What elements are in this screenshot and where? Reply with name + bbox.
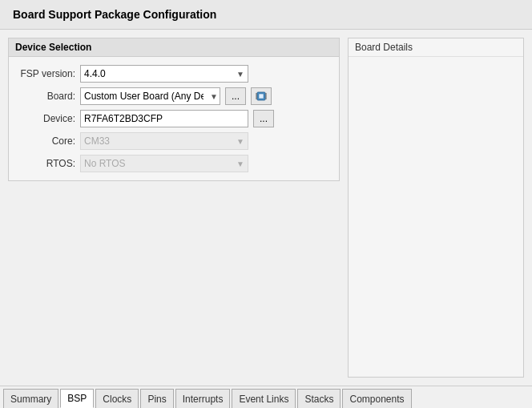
board-icon-button[interactable] bbox=[251, 87, 272, 105]
board-select[interactable]: Custom User Board (Any Device bbox=[80, 87, 220, 105]
tab-components[interactable]: Components bbox=[342, 389, 411, 408]
tab-event-links-label: Event Links bbox=[239, 394, 288, 405]
tab-interrupts-label: Interrupts bbox=[183, 394, 224, 405]
device-row: Device: ... bbox=[15, 110, 332, 127]
tab-pins-label: Pins bbox=[147, 394, 166, 405]
tab-interrupts[interactable]: Interrupts bbox=[175, 389, 231, 408]
device-dots-label: ... bbox=[260, 113, 268, 124]
rtos-row: RTOS: No RTOS ▼ bbox=[15, 155, 332, 172]
page-header: Board Support Package Configuration bbox=[0, 0, 532, 30]
rtos-select[interactable]: No RTOS bbox=[80, 155, 248, 172]
core-row: Core: CM33 ▼ bbox=[15, 132, 332, 150]
left-panel: Device Selection FSP version: 4.4.0 4.3.… bbox=[8, 38, 340, 378]
device-label: Device: bbox=[15, 113, 75, 124]
tab-bsp[interactable]: BSP bbox=[60, 389, 94, 408]
device-selection-header: Device Selection bbox=[9, 38, 339, 57]
board-details-header: Board Details bbox=[349, 38, 523, 57]
fsp-version-row: FSP version: 4.4.0 4.3.0 4.2.0 ▼ bbox=[15, 65, 332, 83]
main-container: Board Support Package Configuration Devi… bbox=[0, 0, 532, 408]
tab-event-links[interactable]: Event Links bbox=[232, 389, 296, 408]
board-chip-icon bbox=[255, 91, 268, 102]
tab-clocks-label: Clocks bbox=[103, 394, 131, 405]
rtos-select-wrapper: No RTOS ▼ bbox=[80, 155, 248, 172]
tab-summary-label: Summary bbox=[10, 394, 51, 405]
content-area: Device Selection FSP version: 4.4.0 4.3.… bbox=[0, 30, 532, 386]
tab-stacks[interactable]: Stacks bbox=[297, 389, 341, 408]
fsp-version-label: FSP version: bbox=[15, 68, 75, 79]
right-panel: Board Details bbox=[348, 38, 524, 378]
tab-bsp-label: BSP bbox=[67, 393, 87, 404]
tab-pins[interactable]: Pins bbox=[140, 389, 173, 408]
board-select-wrapper: Custom User Board (Any Device ▼ bbox=[80, 87, 220, 105]
tab-summary[interactable]: Summary bbox=[3, 389, 58, 408]
device-dots-button[interactable]: ... bbox=[253, 110, 274, 127]
board-row: Board: Custom User Board (Any Device ▼ .… bbox=[15, 87, 332, 105]
rtos-label: RTOS: bbox=[15, 158, 75, 169]
board-dots-button[interactable]: ... bbox=[225, 87, 246, 105]
tab-clocks[interactable]: Clocks bbox=[95, 389, 139, 408]
tab-components-label: Components bbox=[349, 394, 404, 405]
board-label: Board: bbox=[15, 91, 75, 102]
board-dots-label: ... bbox=[232, 91, 240, 102]
device-selection-box: Device Selection FSP version: 4.4.0 4.3.… bbox=[8, 38, 340, 181]
core-select-wrapper: CM33 ▼ bbox=[80, 132, 248, 150]
fsp-version-select[interactable]: 4.4.0 4.3.0 4.2.0 bbox=[80, 65, 248, 83]
page-title: Board Support Package Configuration bbox=[13, 8, 216, 21]
device-input[interactable] bbox=[80, 110, 248, 127]
bottom-tabs: Summary BSP Clocks Pins Interrupts Event… bbox=[0, 386, 532, 408]
fsp-version-select-wrapper: 4.4.0 4.3.0 4.2.0 ▼ bbox=[80, 65, 248, 83]
svg-rect-1 bbox=[259, 94, 264, 99]
form-area: FSP version: 4.4.0 4.3.0 4.2.0 ▼ Boa bbox=[9, 57, 339, 180]
core-label: Core: bbox=[15, 135, 75, 147]
tab-stacks-label: Stacks bbox=[304, 394, 333, 405]
core-select[interactable]: CM33 bbox=[80, 132, 248, 150]
